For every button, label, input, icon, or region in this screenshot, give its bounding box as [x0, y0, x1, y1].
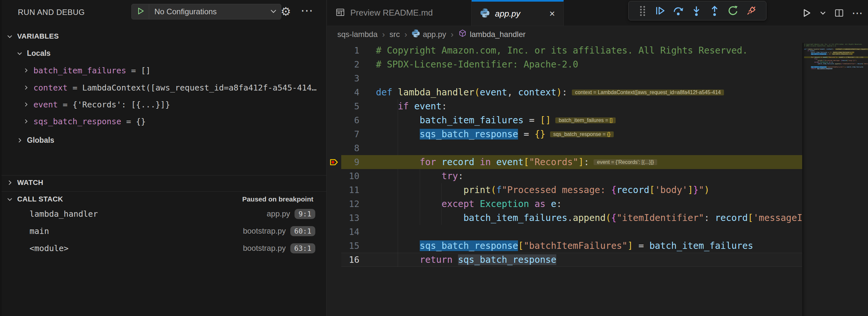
code-token: [804, 53, 811, 55]
editor-group: Preview README.md app.py × ⋯ sqs-lambda …: [327, 0, 868, 316]
code-line[interactable]: 6 batch_item_failures = []batch_item_fai…: [327, 113, 802, 127]
globals-group-header[interactable]: Globals: [2, 134, 326, 147]
glyph-margin[interactable]: [327, 127, 341, 141]
restart-button[interactable]: [727, 5, 739, 17]
code-token: sqs_batch_response: [420, 129, 518, 139]
chevron-right-icon[interactable]: [22, 84, 30, 92]
code-line[interactable]: 8: [327, 141, 802, 155]
more-actions-icon[interactable]: ⋯: [301, 3, 313, 18]
line-number[interactable]: 6: [341, 115, 360, 125]
breadcrumb-item-folder[interactable]: sqs-lambda: [337, 30, 378, 39]
tab-label: app.py: [495, 9, 520, 19]
line-number[interactable]: 13: [341, 213, 360, 223]
code-line[interactable]: 1# Copyright Amazon.com, Inc. or its aff…: [327, 43, 802, 57]
code-line[interactable]: 13 batch_item_failures.append({"itemIden…: [327, 211, 802, 225]
line-number[interactable]: 10: [341, 171, 360, 181]
code-token: event: [823, 57, 827, 58]
glyph-margin[interactable]: [327, 211, 341, 225]
line-number[interactable]: 2: [341, 59, 360, 69]
code-line[interactable]: 11 print(f"Processed message: {record['b…: [327, 183, 802, 197]
line-number[interactable]: 1: [341, 45, 360, 56]
breadcrumb-item-symbol[interactable]: lambda_handler: [458, 29, 525, 40]
line-number[interactable]: 3: [341, 73, 360, 84]
glyph-margin[interactable]: [327, 239, 341, 253]
code-line[interactable]: 10 try:: [327, 169, 802, 183]
code-line[interactable]: 3: [327, 71, 802, 85]
disconnect-button[interactable]: [745, 5, 757, 17]
code-token: [409, 101, 414, 112]
code-line[interactable]: 2# SPDX-License-Identifier: Apache-2.0: [327, 57, 802, 71]
glyph-margin[interactable]: [327, 253, 341, 267]
continue-button[interactable]: [654, 5, 666, 17]
code-line[interactable]: 15 sqs_batch_response["batchItemFailures…: [327, 239, 802, 253]
line-number[interactable]: 5: [341, 101, 360, 111]
tab-app-py[interactable]: app.py ×: [472, 0, 564, 26]
line-number[interactable]: 15: [341, 241, 360, 251]
line-number[interactable]: 4: [341, 87, 360, 97]
line-number[interactable]: 7: [341, 129, 360, 139]
line-number[interactable]: 8: [341, 143, 360, 153]
line-number[interactable]: 12: [341, 199, 360, 209]
variable-row[interactable]: batch_item_failures = []: [2, 63, 326, 77]
line-number[interactable]: 11: [341, 185, 360, 195]
gear-icon[interactable]: ⚙: [281, 5, 291, 18]
step-into-button[interactable]: [690, 5, 702, 17]
call-stack-frame[interactable]: lambda_handlerapp.py9:1: [2, 206, 326, 221]
chevron-right-icon[interactable]: [22, 117, 30, 126]
code-token: append: [835, 63, 840, 65]
watch-section-header[interactable]: WATCH: [2, 176, 326, 189]
variable-value: = {}: [121, 117, 322, 126]
code-line[interactable]: 5 if event:: [327, 99, 802, 113]
chevron-right-icon[interactable]: [22, 66, 30, 74]
locals-group-header[interactable]: Locals: [2, 48, 326, 59]
variables-section-header[interactable]: VARIABLES: [2, 31, 326, 42]
glyph-margin[interactable]: [327, 71, 341, 85]
split-editor-button[interactable]: [834, 8, 844, 18]
breadcrumb-item-folder[interactable]: src: [390, 30, 400, 39]
glyph-margin[interactable]: [327, 169, 341, 183]
glyph-margin[interactable]: [327, 183, 341, 197]
close-icon[interactable]: ×: [549, 9, 555, 19]
glyph-margin[interactable]: [327, 141, 341, 155]
code-token: return: [811, 68, 816, 69]
glyph-margin[interactable]: [327, 225, 341, 239]
line-number[interactable]: 16: [341, 255, 360, 265]
start-debug-icon[interactable]: [132, 4, 149, 19]
line-number[interactable]: 9: [341, 157, 360, 167]
code-editor[interactable]: 1# Copyright Amazon.com, Inc. or its aff…: [327, 43, 802, 316]
chevron-right-icon[interactable]: [22, 100, 30, 109]
call-stack-frame[interactable]: <module>bootstrap.py63:1: [2, 241, 326, 256]
line-number[interactable]: 14: [341, 227, 360, 237]
code-line[interactable]: 16 return sqs_batch_response: [327, 253, 802, 267]
glyph-margin[interactable]: [327, 57, 341, 71]
code-line[interactable]: 12 except Exception as e:: [327, 197, 802, 211]
step-out-button[interactable]: [709, 5, 720, 17]
call-stack-frame[interactable]: mainbootstrap.py60:1: [2, 224, 326, 239]
breakpoint-arrow-icon[interactable]: [327, 155, 341, 169]
minimap-line: return sqs_batch_response: [804, 68, 868, 69]
minimap[interactable]: # Copyright Amazon.com, Inc. or its affi…: [802, 43, 868, 316]
code-token: record: [715, 213, 748, 223]
call-stack-section-header[interactable]: CALL STACK Paused on breakpoint: [2, 193, 326, 206]
step-over-button[interactable]: [673, 5, 684, 17]
launch-config-dropdown[interactable]: No Configurations: [131, 4, 281, 20]
glyph-margin[interactable]: [327, 197, 341, 211]
glyph-margin[interactable]: [327, 43, 341, 57]
run-button[interactable]: [801, 8, 812, 18]
code-line[interactable]: 4def lambda_handler(event, context):cont…: [327, 85, 802, 99]
code-line[interactable]: 14: [327, 225, 802, 239]
glyph-margin[interactable]: [327, 85, 341, 99]
run-dropdown-chevron-icon[interactable]: [819, 9, 827, 17]
code-line[interactable]: 9 for record in event["Records"]:event =…: [327, 155, 802, 169]
more-actions-icon[interactable]: ⋯: [852, 6, 863, 20]
tab-preview-readme[interactable]: Preview README.md: [327, 0, 472, 26]
variable-row[interactable]: sqs_batch_response = {}: [2, 114, 326, 128]
variable-row[interactable]: event = {'Records': [{...}]}: [2, 97, 326, 112]
code-line[interactable]: 7 sqs_batch_response = {}sqs_batch_respo…: [327, 127, 802, 141]
inline-debug-value: sqs_batch_response = {}: [832, 53, 853, 55]
variable-row[interactable]: context = LambdaContext([aws_request_id=…: [2, 81, 326, 95]
drag-handle[interactable]: [638, 5, 647, 16]
glyph-margin[interactable]: [327, 99, 341, 113]
breadcrumb-item-file[interactable]: app.py: [412, 29, 446, 39]
glyph-margin[interactable]: [327, 113, 341, 127]
